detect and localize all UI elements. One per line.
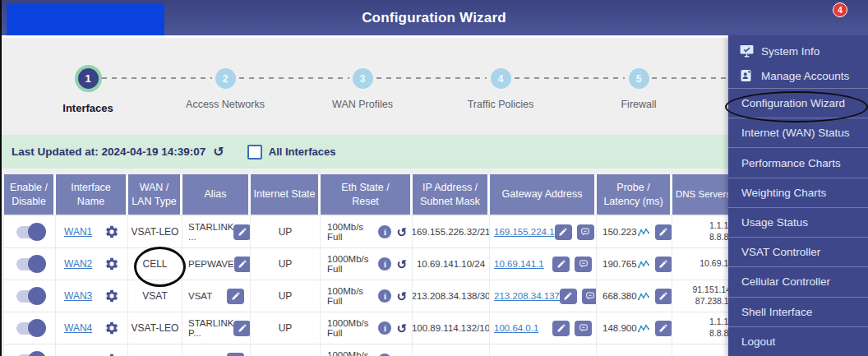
gateway-link[interactable]: 10.69.141.1 (494, 259, 544, 269)
page-title: Configuration Wizard (0, 0, 868, 35)
edit-alias-button[interactable] (227, 353, 244, 356)
col-wan-lan-type: WAN / LAN Type (128, 174, 182, 215)
step-traffic-policies[interactable]: 4 Traffic Policies (443, 65, 558, 110)
info-icon[interactable]: i (378, 289, 391, 303)
latency-chart-icon[interactable] (637, 323, 650, 334)
edit-gateway-button[interactable] (552, 257, 570, 272)
gear-icon[interactable] (104, 224, 119, 239)
latency-chart-icon[interactable] (637, 227, 650, 238)
ip-address-value (413, 344, 490, 356)
probe-latency-value: 150.223 (603, 227, 637, 237)
col-gateway-address: Gateway Address (490, 174, 597, 215)
alias-value: STARLINK P... (188, 318, 233, 338)
eth-state-value: 1000Mb/s Full (327, 350, 378, 356)
latency-chart-icon[interactable] (637, 291, 650, 302)
gear-icon[interactable] (104, 289, 119, 303)
ping-button[interactable] (582, 289, 597, 304)
reset-icon[interactable]: ↺ (396, 226, 407, 238)
edit-probe-button[interactable] (655, 321, 672, 336)
step-circle[interactable]: 1 (75, 65, 102, 92)
menu-item-label: Weighting Charts (741, 187, 826, 199)
interface-name-link[interactable]: WAN4 (64, 322, 92, 334)
step-label: Interfaces (30, 102, 145, 114)
col-internet-state: Internet State (251, 174, 321, 215)
wan-lan-type-value: VSAT-LEO (128, 216, 182, 247)
step-interfaces[interactable]: 1 Interfaces (30, 65, 145, 114)
ip-address-value: 100.89.114.132/10 (413, 312, 490, 344)
gear-icon[interactable] (104, 257, 119, 271)
edit-alias-button[interactable] (227, 289, 244, 304)
ip-address-value: 213.208.34.138/30 (413, 280, 490, 312)
edit-alias-button[interactable] (234, 257, 251, 272)
ping-button[interactable] (575, 257, 592, 272)
info-icon[interactable]: i (378, 321, 391, 335)
edit-alias-button[interactable] (233, 321, 251, 336)
step-circle[interactable]: 3 (353, 68, 373, 89)
step-access-networks[interactable]: 2 Access Networks (168, 65, 283, 110)
menu-item-system-info[interactable]: System Info (728, 39, 868, 63)
all-interfaces-checkbox[interactable] (247, 145, 262, 160)
step-firewall[interactable]: 5 Firewall (581, 65, 696, 110)
reset-icon[interactable]: ↺ (396, 290, 407, 303)
enable-toggle[interactable] (16, 290, 44, 303)
gateway-link[interactable]: 169.155.224.1 (494, 227, 555, 237)
internet-state-value: UP (251, 216, 321, 247)
eth-state-value: 1000Mb/s Full (327, 254, 378, 274)
col-alias: Alias (182, 174, 251, 215)
edit-probe-button[interactable] (655, 224, 672, 240)
internet-state-value: UP (251, 280, 321, 312)
internet-state-value: UP (251, 312, 321, 344)
menu-item-vsat-controller[interactable]: VSAT Controller (728, 237, 868, 266)
enable-toggle[interactable] (16, 322, 44, 335)
menu-item-cellular-controller[interactable]: Cellular Controller (728, 266, 868, 296)
latency-chart-icon[interactable] (637, 259, 650, 270)
reset-icon[interactable]: ↺ (396, 258, 407, 270)
ping-button[interactable] (575, 321, 592, 336)
menu-item-internet-wan-status[interactable]: Internet (WAN) Status (728, 118, 868, 147)
menu-item-configuration-wizard[interactable]: Configuration Wizard (728, 88, 868, 118)
step-wan-profiles[interactable]: 3 WAN Profiles (305, 65, 420, 110)
refresh-icon[interactable]: ↺ (213, 146, 224, 159)
manage-accounts-icon (739, 69, 753, 83)
edit-gateway-button[interactable] (560, 289, 577, 304)
col-probe-latency: Probe / Latency (ms) (597, 174, 672, 215)
edit-alias-button[interactable] (233, 224, 251, 240)
gear-icon[interactable] (104, 353, 119, 356)
menu-item-performance-charts[interactable]: Performance Charts (728, 147, 868, 177)
menu-item-manage-accounts[interactable]: Manage Accounts (728, 63, 868, 88)
menu-item-shell-interface[interactable]: Shell Interface (728, 297, 868, 326)
step-label: WAN Profiles (305, 99, 420, 110)
step-circle[interactable]: 5 (629, 68, 649, 89)
interface-name-link[interactable]: WAN2 (64, 258, 92, 270)
edit-probe-button[interactable] (655, 289, 672, 304)
ping-button[interactable] (577, 224, 594, 240)
eth-state-value: 100Mb/s Full (327, 286, 378, 306)
wan-lan-type-value: CELL (128, 248, 182, 280)
edit-gateway-button[interactable] (555, 224, 572, 240)
enable-toggle[interactable] (16, 258, 44, 270)
enable-toggle[interactable] (16, 226, 44, 238)
gear-icon[interactable] (104, 321, 119, 335)
system-info-icon (739, 44, 755, 58)
interface-name-link[interactable]: WAN1 (64, 226, 92, 238)
menu-item-label: Cellular Controller (741, 275, 830, 288)
info-icon[interactable]: i (378, 257, 391, 270)
info-icon[interactable]: i (378, 225, 391, 238)
gateway-link[interactable]: 100.64.0.1 (494, 323, 538, 333)
menu-item-label: Shell Interface (741, 306, 812, 318)
col-ip-subnet: IP Address / Subnet Mask (413, 174, 490, 215)
menu-item-logout[interactable]: Logout (728, 326, 868, 356)
gateway-link[interactable]: 213.208.34.137 (494, 291, 560, 301)
step-label: Traffic Policies (443, 99, 558, 110)
step-circle[interactable]: 4 (491, 68, 511, 89)
menu-item-label: Internet (WAN) Status (741, 127, 850, 139)
menu-item-label: Logout (741, 335, 775, 348)
interface-name-link[interactable]: WAN3 (64, 290, 92, 302)
all-interfaces-label: All Interfaces (269, 146, 336, 158)
reset-icon[interactable]: ↺ (396, 322, 407, 335)
edit-probe-button[interactable] (655, 257, 672, 272)
menu-item-weighting-charts[interactable]: Weighting Charts (728, 178, 868, 207)
menu-item-usage-status[interactable]: Usage Status (728, 207, 868, 237)
edit-gateway-button[interactable] (552, 321, 570, 336)
step-circle[interactable]: 2 (215, 68, 236, 89)
